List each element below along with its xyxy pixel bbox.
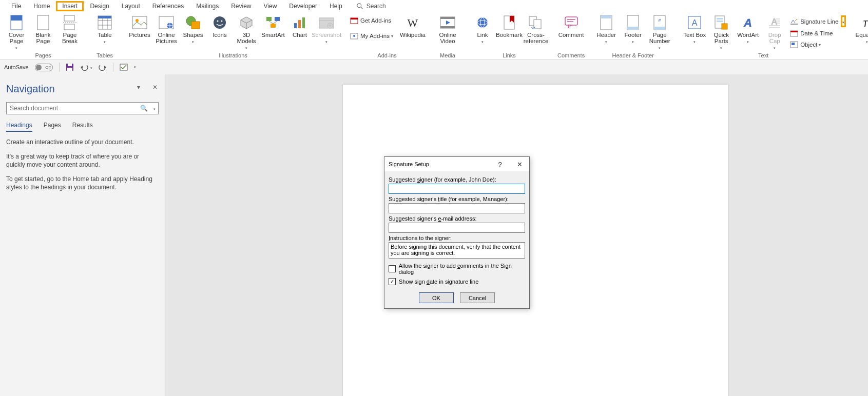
- shapes-button[interactable]: Shapes: [180, 14, 206, 45]
- header-button[interactable]: Header: [593, 14, 620, 45]
- nav-search-dropdown[interactable]: [151, 105, 158, 112]
- editor-button[interactable]: [120, 63, 128, 71]
- svg-line-1: [360, 7, 362, 9]
- nav-tab-pages[interactable]: Pages: [44, 122, 61, 132]
- cross-reference-button[interactable]: Cross-reference: [523, 14, 549, 44]
- save-button[interactable]: [66, 63, 74, 71]
- tell-me-search[interactable]: Search: [356, 3, 386, 10]
- tab-file[interactable]: File: [5, 1, 27, 11]
- tab-review[interactable]: Review: [225, 1, 257, 11]
- nav-tab-headings[interactable]: Headings: [6, 122, 32, 132]
- svg-rect-4: [37, 15, 49, 30]
- smartart-button[interactable]: SmartArt: [260, 14, 286, 38]
- my-addins-button[interactable]: My Add-ins: [348, 31, 403, 41]
- cover-page-button[interactable]: Cover Page: [3, 14, 30, 51]
- instructions-textarea[interactable]: Before signing this document, verify tha…: [389, 242, 525, 259]
- object-button[interactable]: Object: [788, 39, 850, 50]
- signer-email-input[interactable]: [389, 223, 525, 233]
- signature-line-dropdown[interactable]: [841, 15, 846, 27]
- tab-references[interactable]: References: [146, 1, 190, 11]
- svg-point-0: [357, 4, 361, 8]
- pictures-button[interactable]: Pictures: [126, 14, 153, 38]
- text-box-button[interactable]: AText Box: [681, 14, 708, 45]
- tab-layout[interactable]: Layout: [115, 1, 146, 11]
- tab-design[interactable]: Design: [84, 1, 115, 11]
- tab-developer[interactable]: Developer: [283, 1, 323, 11]
- wordart-button[interactable]: AWordArt: [735, 14, 761, 45]
- allow-comments-checkbox[interactable]: [389, 265, 396, 272]
- undo-button[interactable]: [80, 64, 92, 71]
- nav-search-input[interactable]: [7, 105, 137, 112]
- group-header-footer-label: Header & Footer: [612, 52, 654, 60]
- page-break-button[interactable]: Page Break: [56, 14, 83, 44]
- signature-line-button[interactable]: Signature Line: [788, 16, 840, 27]
- signer-title-input[interactable]: [389, 203, 525, 213]
- svg-line-32: [273, 21, 277, 24]
- svg-text:#: #: [659, 18, 661, 23]
- nav-tab-results[interactable]: Results: [72, 122, 93, 132]
- svg-rect-67: [654, 27, 665, 30]
- svg-point-50: [477, 17, 488, 28]
- group-links-label: Links: [503, 52, 516, 60]
- svg-rect-35: [302, 17, 305, 28]
- ok-button[interactable]: OK: [419, 292, 454, 303]
- equation-button[interactable]: πEquation: [854, 14, 868, 45]
- svg-rect-3: [11, 15, 22, 21]
- svg-rect-57: [565, 17, 577, 25]
- tab-view[interactable]: View: [258, 1, 283, 11]
- nav-search-button[interactable]: 🔍: [137, 105, 151, 112]
- autosave-toggle[interactable]: Off: [35, 64, 53, 71]
- group-text-label: Text: [758, 52, 768, 60]
- quick-parts-button[interactable]: Quick Parts: [708, 14, 735, 51]
- qat-customize[interactable]: [134, 65, 139, 69]
- get-addins-button[interactable]: Get Add-ins: [348, 15, 403, 26]
- group-comments-label: Comments: [557, 52, 585, 60]
- drop-cap-button[interactable]: ADrop Cap: [761, 14, 788, 51]
- icons-button[interactable]: Icons: [206, 14, 233, 38]
- nav-options-dropdown[interactable]: ▾: [137, 84, 140, 91]
- blank-page-button[interactable]: Blank Page: [30, 14, 56, 44]
- svg-text:A: A: [743, 16, 752, 29]
- page-number-button[interactable]: #Page Number: [646, 14, 673, 51]
- suggested-signer-input[interactable]: [389, 184, 525, 194]
- comment-button[interactable]: Comment: [558, 14, 585, 38]
- svg-rect-5: [64, 15, 74, 21]
- nav-search-box[interactable]: 🔍: [6, 102, 159, 114]
- svg-rect-28: [266, 17, 272, 21]
- tab-help[interactable]: Help: [323, 1, 349, 11]
- svg-rect-30: [271, 24, 276, 28]
- dialog-help-button[interactable]: ?: [490, 161, 510, 168]
- wikipedia-button[interactable]: WWikipedia: [399, 14, 426, 38]
- tab-mailings[interactable]: Mailings: [190, 1, 225, 11]
- show-date-checkbox[interactable]: ✓: [389, 278, 396, 285]
- nav-close-button[interactable]: ✕: [152, 84, 158, 91]
- table-button[interactable]: Table: [91, 14, 118, 45]
- group-media-label: Media: [440, 52, 455, 60]
- svg-rect-34: [298, 20, 301, 28]
- link-button[interactable]: Link: [469, 14, 496, 45]
- show-date-label: Show sign date in signature line: [399, 279, 478, 285]
- date-time-button[interactable]: Date & Time: [788, 28, 850, 38]
- tab-home[interactable]: Home: [27, 1, 56, 11]
- svg-line-31: [269, 21, 273, 24]
- chart-button[interactable]: Chart: [286, 14, 313, 38]
- footer-button[interactable]: Footer: [620, 14, 646, 45]
- tab-insert[interactable]: Insert: [56, 1, 84, 11]
- svg-rect-64: [627, 27, 639, 30]
- instructions-label: Instructions to the signer:: [389, 235, 525, 241]
- svg-rect-71: [717, 18, 723, 19]
- bookmark-button[interactable]: Bookmark: [496, 14, 523, 38]
- redo-button[interactable]: [99, 64, 107, 71]
- cancel-button[interactable]: Cancel: [460, 292, 495, 303]
- signer-email-label: Suggested signer's e-mail address:: [389, 215, 525, 222]
- online-pictures-button[interactable]: Online Pictures: [153, 14, 180, 44]
- dialog-close-button[interactable]: ✕: [510, 161, 529, 168]
- online-video-button[interactable]: Online Video: [434, 14, 461, 44]
- svg-point-44: [353, 35, 355, 37]
- 3d-models-button[interactable]: 3D Models: [233, 14, 260, 51]
- screenshot-button[interactable]: Screenshot: [313, 14, 340, 45]
- group-addins-label: Add-ins: [377, 52, 396, 60]
- svg-rect-6: [64, 24, 74, 30]
- search-icon: [356, 3, 363, 10]
- svg-rect-90: [67, 68, 72, 71]
